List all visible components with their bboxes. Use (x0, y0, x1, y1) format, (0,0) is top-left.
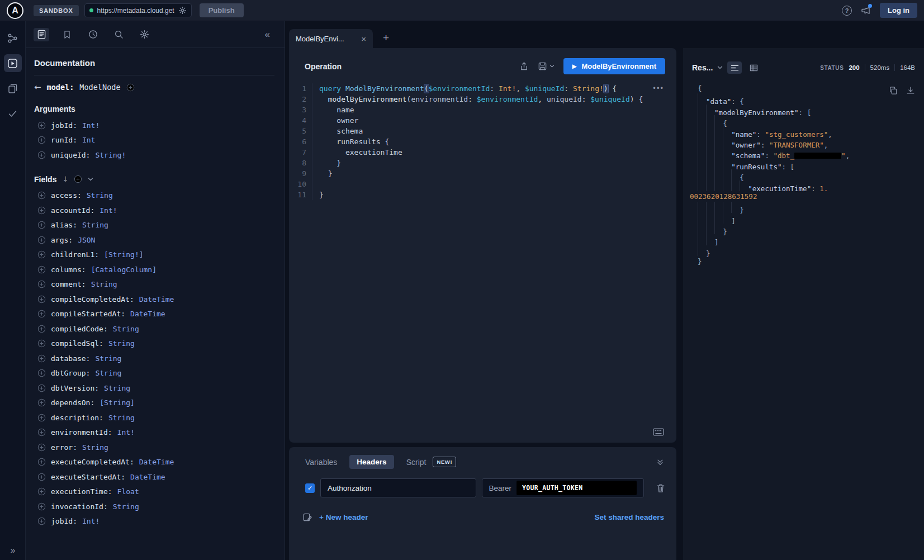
field-type[interactable]: String (108, 339, 135, 348)
field-name[interactable]: dbtGroup: (51, 369, 90, 377)
add-field-to-query-icon[interactable] (37, 414, 46, 422)
add-field-to-query-icon[interactable] (37, 221, 46, 229)
field-type[interactable]: String (104, 384, 130, 392)
doc-field-row[interactable]: jobId:Int! (34, 514, 274, 529)
field-name[interactable]: runId: (51, 136, 77, 144)
keyboard-shortcuts-icon[interactable] (653, 428, 664, 436)
tab-documentation[interactable] (34, 28, 49, 41)
add-field-to-query-icon[interactable] (37, 206, 46, 215)
chevron-down-icon[interactable] (88, 177, 93, 182)
login-button[interactable]: Log in (880, 3, 917, 18)
doc-field-row[interactable]: executeCompletedAt:DateTime (34, 455, 274, 470)
tab-script[interactable]: Script (406, 458, 427, 467)
field-name[interactable]: alias: (51, 221, 77, 229)
operation-tab[interactable]: ModelByEnvi... × (289, 29, 373, 48)
add-field-to-query-icon[interactable] (37, 473, 46, 481)
tab-variables[interactable]: Variables (305, 458, 337, 467)
field-type[interactable]: JSON (78, 236, 95, 244)
field-type[interactable]: String (82, 443, 108, 452)
doc-field-row[interactable]: executionTime:Float (34, 485, 274, 500)
field-type[interactable]: String (91, 280, 117, 288)
field-type[interactable]: String (82, 221, 108, 229)
field-name[interactable]: compiledSql: (51, 339, 103, 348)
add-all-fields-icon[interactable] (74, 175, 82, 183)
field-type[interactable]: Int! (99, 206, 117, 215)
add-field-to-query-icon[interactable] (37, 502, 46, 511)
sidebar-item-schema[interactable] (4, 29, 22, 47)
field-name[interactable]: jobId: (51, 121, 77, 130)
field-name[interactable]: jobId: (51, 517, 77, 525)
add-field-to-query-icon[interactable] (37, 310, 46, 318)
add-field-to-query-icon[interactable] (37, 121, 46, 130)
close-tab-icon[interactable]: × (361, 34, 366, 44)
doc-field-row[interactable]: compileCompletedAt:DateTime (34, 292, 274, 307)
field-name[interactable]: args: (51, 236, 73, 244)
add-field-to-query-icon[interactable] (37, 280, 46, 288)
publish-button[interactable]: Publish (200, 3, 244, 17)
help-icon[interactable]: ? (842, 6, 852, 16)
field-name[interactable]: comment: (51, 280, 86, 288)
field-name[interactable]: dependsOn: (51, 398, 94, 407)
field-name[interactable]: columns: (51, 265, 86, 274)
field-type[interactable]: DateTime (139, 295, 174, 303)
add-field-to-query-icon[interactable] (37, 443, 46, 452)
doc-field-row[interactable]: environmentId:Int! (34, 425, 274, 440)
field-name[interactable]: error: (51, 443, 77, 452)
field-name[interactable]: childrenL1: (51, 250, 99, 259)
endpoint-url-field[interactable]: https://metadata.cloud.get (84, 3, 192, 17)
add-field-to-query-icon[interactable] (37, 151, 46, 159)
tab-settings[interactable] (136, 28, 152, 41)
add-type-icon[interactable] (126, 83, 135, 92)
tab-headers[interactable]: Headers (349, 455, 394, 469)
set-shared-headers-link[interactable]: Set shared headers (594, 513, 664, 521)
field-type[interactable]: String (108, 414, 135, 422)
doc-field-row[interactable]: compiledCode:String (34, 321, 274, 336)
add-field-to-query-icon[interactable] (37, 295, 46, 303)
field-type[interactable]: [CatalogColumn] (91, 265, 157, 274)
download-response-icon[interactable] (906, 86, 915, 95)
copy-response-icon[interactable] (889, 86, 898, 95)
bulk-edit-icon[interactable] (302, 512, 312, 522)
doc-field-row[interactable]: invocationId:String (34, 499, 274, 514)
response-json[interactable]: {"data": {"modelByEnvironment": [{"name"… (698, 83, 924, 267)
field-type[interactable]: [String!] (104, 250, 143, 259)
doc-field-row[interactable]: dependsOn:[String] (34, 396, 274, 411)
doc-field-row[interactable]: access:String (34, 188, 274, 203)
field-type[interactable]: Int (82, 136, 95, 144)
doc-field-row[interactable]: runId:Int (34, 133, 274, 148)
field-name[interactable]: description: (51, 414, 103, 422)
doc-field-row[interactable]: dbtVersion:String (34, 381, 274, 396)
expand-rail-button[interactable]: » (0, 545, 26, 556)
field-name[interactable]: access: (51, 191, 82, 200)
field-name[interactable]: executeCompletedAt: (51, 458, 134, 466)
field-type[interactable]: DateTime (139, 458, 174, 466)
field-name[interactable]: database: (51, 354, 90, 363)
response-view-formatted-button[interactable] (727, 61, 742, 74)
header-value-input[interactable]: Bearer YOUR_AUTH_TOKEN (482, 478, 645, 497)
add-field-to-query-icon[interactable] (37, 265, 46, 274)
add-field-to-query-icon[interactable] (37, 236, 46, 244)
doc-field-row[interactable]: dbtGroup:String (34, 366, 274, 381)
add-field-to-query-icon[interactable] (37, 384, 46, 392)
field-name[interactable]: environmentId: (51, 428, 112, 436)
sidebar-item-checklist[interactable] (4, 105, 22, 122)
share-operation-icon[interactable] (519, 61, 529, 71)
field-type[interactable]: String (95, 354, 121, 363)
endpoint-url-text[interactable]: https://metadata.cloud.get (97, 7, 174, 15)
field-type[interactable]: String (87, 191, 113, 200)
field-type[interactable]: Int! (82, 517, 99, 525)
new-header-button[interactable]: + New header (319, 513, 368, 521)
add-field-to-query-icon[interactable] (37, 354, 46, 363)
doc-field-row[interactable]: database:String (34, 351, 274, 366)
add-field-to-query-icon[interactable] (37, 339, 46, 348)
add-field-to-query-icon[interactable] (37, 325, 46, 333)
delete-header-icon[interactable] (656, 483, 665, 493)
header-enabled-checkbox[interactable]: ✓ (305, 483, 315, 493)
field-name[interactable]: compileStartedAt: (51, 310, 125, 318)
field-type[interactable]: String (113, 325, 139, 333)
response-view-table-button[interactable] (746, 61, 761, 74)
add-field-to-query-icon[interactable] (37, 487, 46, 496)
tab-history[interactable] (85, 28, 101, 41)
field-type[interactable]: String (95, 369, 121, 377)
field-type[interactable]: Float (117, 487, 139, 496)
